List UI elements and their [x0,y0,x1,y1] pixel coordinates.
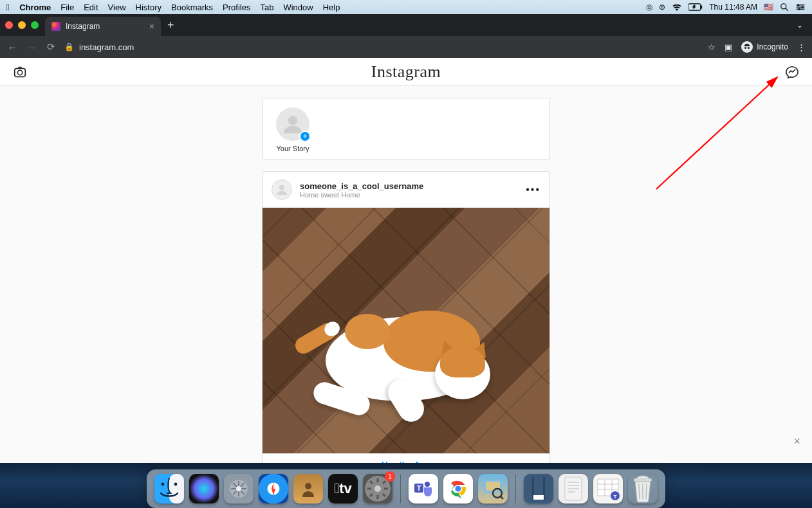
menubar-item-help[interactable]: Help [323,3,340,12]
mac-dock-area: tv 1 T T [0,463,812,508]
menubar-item-bookmarks[interactable]: Bookmarks [171,3,213,12]
status-sync-icon[interactable]: ⊚ [659,3,665,12]
post-header: someone_is_a_cool_username Home sweet Ho… [263,172,549,208]
status-flag-icon[interactable]: 🇺🇸 [764,3,773,12]
menubar-item-history[interactable]: History [136,3,161,12]
svg-point-26 [236,486,241,491]
status-spotlight-icon[interactable] [780,3,789,12]
svg-point-23 [161,483,165,486]
window-zoom-button[interactable] [31,21,39,29]
dock-safari-icon[interactable] [259,474,288,503]
svg-line-49 [501,496,503,499]
dismiss-banner-icon[interactable]: × [793,435,800,448]
dock-teams-icon[interactable]: T [409,474,438,503]
messenger-icon[interactable] [785,65,799,79]
dock-file-movie-icon[interactable] [524,474,553,503]
svg-rect-66 [634,478,652,482]
lock-icon: 🔒 [64,42,74,51]
svg-text:T: T [417,484,421,492]
menubar-item-file[interactable]: File [60,3,74,12]
dock-launchpad-icon[interactable] [224,474,254,503]
menubar-item-view[interactable]: View [108,3,126,12]
mac-dock: tv 1 T T [147,469,665,508]
post-location[interactable]: Home sweet Home [300,191,423,199]
nav-back-icon[interactable]: ← [6,42,18,53]
dock-system-preferences-icon[interactable]: 1 [363,474,392,503]
window-traffic-lights [5,21,39,29]
svg-point-2 [781,4,786,9]
tab-title: Instagram [66,22,100,31]
bookmark-star-icon[interactable]: ☆ [708,42,715,52]
apple-menu-icon[interactable]:  [6,2,10,12]
window-close-button[interactable] [5,21,13,29]
window-minimize-button[interactable] [18,21,26,29]
status-clock[interactable]: Thu 11:48 AM [709,3,757,12]
svg-line-69 [646,484,647,499]
stories-bar: + Your Story [262,98,550,159]
nav-reload-icon[interactable]: ⟳ [45,41,57,53]
status-control-center-icon[interactable] [795,3,806,11]
story-avatar: + [276,107,309,141]
chrome-toolbar: ← → ⟳ 🔒 instagram.com ☆ ▣ Incognito ⋮ [0,36,812,58]
status-toggle-icon[interactable]: ◎ [646,3,652,12]
dock-file-spreadsheet-icon[interactable]: T [593,474,623,503]
svg-rect-21 [154,474,184,503]
svg-line-3 [786,8,788,11]
post-author-avatar[interactable] [272,179,292,200]
svg-text:T: T [614,494,617,500]
svg-point-11 [17,70,22,75]
feed-post: someone_is_a_cool_username Home sweet Ho… [262,171,550,476]
svg-rect-53 [533,495,544,500]
status-wifi-icon[interactable] [672,3,682,11]
menubar-item-window[interactable]: Window [283,3,313,12]
status-battery-icon[interactable] [688,3,703,11]
svg-point-12 [288,116,297,125]
post-more-icon[interactable]: ••• [526,184,540,195]
dock-finder-icon[interactable] [154,474,184,503]
post-username[interactable]: someone_is_a_cool_username [300,181,423,191]
story-label: Your Story [277,145,309,152]
instagram-page: Instagram + Your Story [0,58,812,508]
url-text: instagram.com [79,42,134,52]
add-story-plus-icon: + [299,131,311,142]
dock-separator [515,475,516,503]
menubar-app-name[interactable]: Chrome [19,3,51,12]
dock-chrome-icon[interactable] [443,474,473,503]
tab-close-icon[interactable]: × [149,21,154,32]
svg-line-37 [383,494,385,496]
dock-preview-icon[interactable] [478,474,508,503]
svg-line-36 [370,481,373,484]
dock-trash-icon[interactable] [628,474,658,503]
menubar-item-tab[interactable]: Tab [260,3,273,12]
svg-rect-22 [169,474,184,503]
extensions-panel-icon[interactable]: ▣ [724,42,732,52]
post-image[interactable] [263,208,549,453]
svg-line-39 [370,494,373,496]
camera-icon[interactable] [13,65,27,79]
dock-contacts-icon[interactable] [293,474,323,503]
new-tab-button[interactable]: + [167,19,174,32]
dock-file-document-icon[interactable] [558,474,588,503]
dock-appletv-icon[interactable]: tv [328,474,358,503]
address-bar[interactable]: 🔒 instagram.com [64,42,134,52]
dock-separator [400,475,401,503]
menubar-item-profiles[interactable]: Profiles [223,3,250,12]
svg-point-29 [305,483,311,489]
tab-favicon-instagram-icon [51,22,60,31]
dock-siri-icon[interactable] [189,474,219,503]
browser-tab[interactable]: Instagram × [45,17,161,36]
instagram-logo[interactable]: Instagram [371,62,441,82]
svg-point-9 [798,8,800,10]
menubar-item-edit[interactable]: Edit [84,3,98,12]
svg-point-31 [374,485,381,492]
svg-point-24 [174,483,178,486]
incognito-indicator[interactable]: Incognito [741,41,788,53]
your-story[interactable]: + Your Story [272,107,314,152]
incognito-label: Incognito [757,42,788,51]
svg-line-67 [639,484,640,499]
chrome-menu-icon[interactable]: ⋮ [797,42,806,52]
tab-overflow-icon[interactable]: ⌄ [797,21,812,30]
svg-point-8 [802,6,804,8]
svg-line-38 [383,481,385,484]
instagram-feed: + Your Story someone_is_a_cool_username … [0,86,812,480]
